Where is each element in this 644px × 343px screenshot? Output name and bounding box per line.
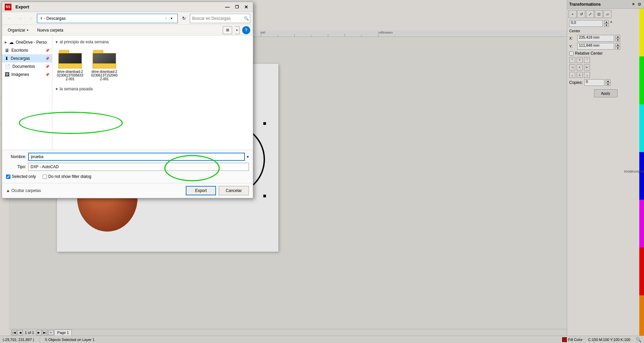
images-pin: 📌 (45, 73, 49, 77)
folder-icon-1 (58, 50, 82, 68)
section-this-week-label: al principio de esta semana (60, 40, 109, 44)
folder-img-1 (59, 53, 82, 63)
folder-preview-2 (93, 53, 116, 63)
nombre-row: Nombre: ▾ (6, 153, 249, 161)
titlebar-left: NS Export (5, 4, 29, 10)
sidebar-item-images[interactable]: 🖼 Imágenes 📌 (2, 70, 52, 79)
selected-only-check[interactable]: Selected only (6, 174, 36, 179)
app-icon: NS (5, 4, 11, 10)
export-button[interactable]: Export (186, 186, 216, 195)
section-last-week-toggle: ▼ (55, 87, 58, 91)
new-folder-btn[interactable]: Nueva carpeta (34, 26, 66, 34)
no-filter-label: Do not show filter dialog (48, 174, 91, 179)
images-icon: 🖼 (5, 72, 9, 77)
app-container: ↖ ⬡ ▭ ○ ✦ ✏ T 🪣 💧 🔍 + ⊕ (0, 0, 644, 343)
file-item-2[interactable]: drive-download-20230613T152040Z-001 (89, 48, 119, 83)
new-folder-label: Nueva carpeta (37, 28, 63, 33)
dialog-content: ▼ al principio de esta semana (52, 36, 253, 150)
downloads-icon: ⬇ (5, 56, 9, 61)
tipo-row: Tipo: DXF - AutoCAD SVG PDF PNG (6, 163, 249, 171)
nombre-dropdown[interactable]: ▾ (247, 155, 249, 159)
selected-only-label: Selected only (12, 174, 36, 179)
organize-btn[interactable]: Organizar ▾ (5, 26, 32, 34)
sidebar-item-desktop[interactable]: 🖥 Escritorio 📌 (2, 46, 52, 54)
dialog-sidebar: ▶ ☁ OneDrive - Perso 🖥 Escritorio 📌 ⬇ De… (2, 36, 52, 150)
view-btn[interactable]: ⊞ (223, 26, 232, 34)
downloads-pin: 📌 (45, 57, 49, 60)
section-last-week[interactable]: ▼ la semana pasada (55, 85, 250, 93)
tipo-select[interactable]: DXF - AutoCAD SVG PDF PNG (28, 163, 249, 171)
images-label: Imágenes (11, 72, 29, 77)
selected-only-checkbox[interactable] (6, 175, 10, 179)
address-text: Descargas (46, 16, 164, 21)
win-close[interactable]: ✕ (242, 3, 250, 11)
desktop-pin: 📌 (45, 49, 49, 52)
sidebar-item-downloads[interactable]: ⬇ Descargas 📌 (2, 54, 52, 62)
no-filter-checkbox[interactable] (43, 175, 47, 179)
onedrive-icon: ☁ (9, 40, 14, 45)
documents-icon: 📄 (5, 64, 10, 69)
file-item-1[interactable]: drive-download-20230613T005633Z-001 (55, 48, 85, 83)
win-restore[interactable]: ❐ (233, 3, 241, 11)
folder-icon-2 (93, 50, 116, 68)
nombre-input[interactable] (28, 153, 245, 161)
dialog-titlebar: NS Export — ❐ ✕ (2, 2, 253, 12)
desktop-icon: 🖥 (5, 48, 9, 53)
dialog-title: Export (15, 4, 29, 9)
desktop-label: Escritorio (11, 48, 28, 53)
files-grid-this-week: drive-download-20230613T005633Z-001 (55, 46, 250, 85)
search-input[interactable] (192, 16, 243, 21)
dialog-body: ▶ ☁ OneDrive - Perso 🖥 Escritorio 📌 ⬇ De… (2, 36, 253, 150)
window-controls: — ❐ ✕ (223, 3, 250, 11)
hide-folders-arrow: ▲ (6, 188, 10, 193)
up-button[interactable]: ↑ (26, 14, 36, 23)
no-filter-check[interactable]: Do not show filter dialog (43, 174, 91, 179)
search-icon: 🔍 (244, 16, 249, 21)
file-name-2: drive-download-20230613T152040Z-001 (91, 70, 118, 81)
search-box: 🔍 (190, 14, 250, 23)
help-btn[interactable]: ? (242, 26, 250, 34)
dialog-fields: Nombre: ▾ Tipo: DXF - AutoCAD SVG PDF PN… (2, 150, 253, 183)
folder-preview-1 (59, 53, 82, 63)
section-this-week[interactable]: ▼ al principio de esta semana (55, 38, 250, 46)
organize-label: Organizar (8, 28, 25, 33)
footer-buttons: Export Cancelar (186, 186, 249, 195)
nombre-label: Nombre: (6, 154, 26, 159)
onedrive-expand: ▶ (5, 41, 7, 44)
cancel-button[interactable]: Cancelar (219, 186, 249, 195)
file-name-1: drive-download-20230613T005633Z-001 (57, 70, 84, 81)
breadcrumb-separator: › (44, 16, 45, 20)
sidebar-item-documents[interactable]: 📄 Documentos 📌 (2, 62, 52, 70)
address-icon: ⬇ (40, 16, 43, 20)
section-last-week-label: la semana pasada (60, 87, 93, 91)
documents-pin: 📌 (45, 65, 49, 68)
dialog-footer: ▲ Ocultar carpetas Export Cancelar (2, 183, 253, 198)
onedrive-label: OneDrive - Perso (16, 40, 47, 45)
back-button[interactable]: ← (5, 14, 14, 23)
folder-img-2 (93, 53, 116, 63)
refresh-button[interactable]: ↻ (179, 14, 189, 23)
sidebar-item-onedrive[interactable]: ▶ ☁ OneDrive - Perso (2, 38, 52, 46)
address-bar: ⬇ › Descargas › ▾ (37, 14, 178, 23)
organize-chevron: ▾ (27, 29, 29, 32)
folder-body-1 (58, 53, 82, 68)
dialog-overlay: NS Export — ❐ ✕ ← → ↑ ⬇ › Descargas › (0, 0, 644, 343)
folder-body-2 (93, 53, 116, 68)
documents-label: Documentos (12, 64, 35, 69)
address-dropdown[interactable]: ▾ (168, 14, 175, 23)
checks-row: Selected only Do not show filter dialog (6, 173, 249, 180)
win-minimize[interactable]: — (223, 3, 231, 11)
downloads-label: Descargas (11, 56, 30, 61)
hide-folders-btn[interactable]: ▲ Ocultar carpetas (6, 188, 41, 193)
forward-button[interactable]: → (15, 14, 25, 23)
section-this-week-toggle: ▼ (55, 40, 58, 44)
hide-folders-label: Ocultar carpetas (11, 188, 41, 193)
export-dialog: NS Export — ❐ ✕ ← → ↑ ⬇ › Descargas › (2, 2, 253, 198)
dialog-toolbar: ← → ↑ ⬇ › Descargas › ▾ ↻ 🔍 (2, 12, 253, 25)
dialog-toolbar2: Organizar ▾ Nueva carpeta ⊞ ▾ ? (2, 25, 253, 36)
view-dropdown[interactable]: ▾ (235, 26, 239, 34)
tipo-label: Tipo: (6, 164, 26, 169)
address-right-arrow: › (166, 16, 167, 20)
